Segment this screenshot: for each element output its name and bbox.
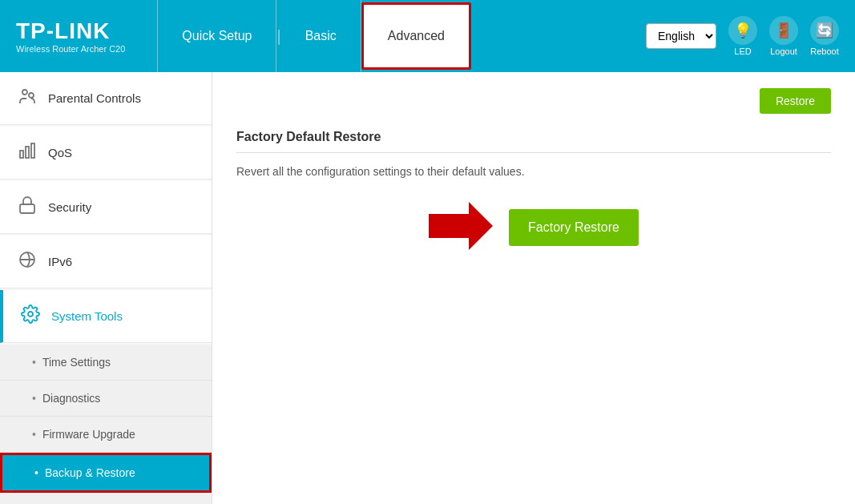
qos-label: QoS [48,146,72,159]
restore-button[interactable]: Restore [760,88,831,114]
parental-controls-label: Parental Controls [48,91,141,105]
security-label: Security [48,200,91,214]
svg-rect-4 [31,143,34,158]
nav-basic[interactable]: Basic [281,0,361,72]
parental-controls-icon [16,87,38,110]
security-icon [16,196,38,219]
led-label: LED [734,46,751,56]
system-tools-icon [19,304,42,328]
factory-restore-button[interactable]: Factory Restore [509,209,639,246]
sidebar-subitem-time-settings[interactable]: Time Settings [0,345,212,381]
sidebar-subitem-firmware-upgrade[interactable]: Firmware Upgrade [0,417,212,453]
svg-rect-2 [20,151,23,158]
ipv6-icon [16,250,38,273]
sidebar-subitem-diagnostics[interactable]: Diagnostics [0,381,212,417]
sidebar-item-parental-controls[interactable]: Parental Controls [0,72,212,125]
factory-restore-area: Factory Restore [236,202,831,252]
svg-rect-3 [26,147,29,158]
logout-icon: 🚪 [769,16,798,45]
sidebar-item-ipv6[interactable]: IPv6 [0,236,212,288]
nav-links: Quick Setup | Basic Advanced [157,0,646,72]
reboot-button[interactable]: 🔄 Reboot [810,16,839,56]
ipv6-label: IPv6 [48,255,72,268]
logo-text: TP-LINK [16,18,125,44]
reboot-icon: 🔄 [810,16,839,45]
restore-top-area: Restore [236,88,831,114]
sidebar-subitem-backup-restore[interactable]: Backup & Restore [0,453,212,493]
logout-button[interactable]: 🚪 Logout [769,16,798,56]
red-arrow-icon [429,202,493,252]
sidebar-subitem-administration[interactable]: Administration [0,493,212,504]
system-tools-subitems: Time Settings Diagnostics Firmware Upgra… [0,345,212,504]
logout-label: Logout [770,46,797,56]
header: TP-LINK Wireless Router Archer C20 Quick… [0,0,855,72]
svg-point-1 [29,93,34,98]
svg-rect-5 [20,204,34,213]
logo-subtitle: Wireless Router Archer C20 [16,44,125,54]
qos-icon [16,141,38,164]
sidebar-item-system-tools[interactable]: System Tools [0,290,212,343]
factory-section-title: Factory Default Restore [236,130,831,153]
body-layout: Parental Controls QoS Security [0,72,855,504]
svg-marker-8 [429,202,493,250]
sidebar-item-qos[interactable]: QoS [0,127,212,179]
sidebar: Parental Controls QoS Security [0,72,212,504]
header-right: English 💡 LED 🚪 Logout 🔄 Reboot [646,16,839,56]
system-tools-label: System Tools [51,309,123,323]
nav-advanced[interactable]: Advanced [361,2,471,70]
nav-quick-setup[interactable]: Quick Setup [157,0,276,72]
sidebar-item-security[interactable]: Security [0,181,212,234]
logo-area: TP-LINK Wireless Router Archer C20 [16,18,125,54]
language-select[interactable]: English [646,23,716,49]
factory-section-desc: Revert all the configuration settings to… [236,165,831,178]
main-content: Restore Factory Default Restore Revert a… [212,72,855,504]
reboot-label: Reboot [810,46,838,56]
svg-point-7 [28,312,33,317]
svg-point-0 [22,90,27,95]
led-button[interactable]: 💡 LED [728,16,757,56]
led-icon: 💡 [728,16,757,45]
